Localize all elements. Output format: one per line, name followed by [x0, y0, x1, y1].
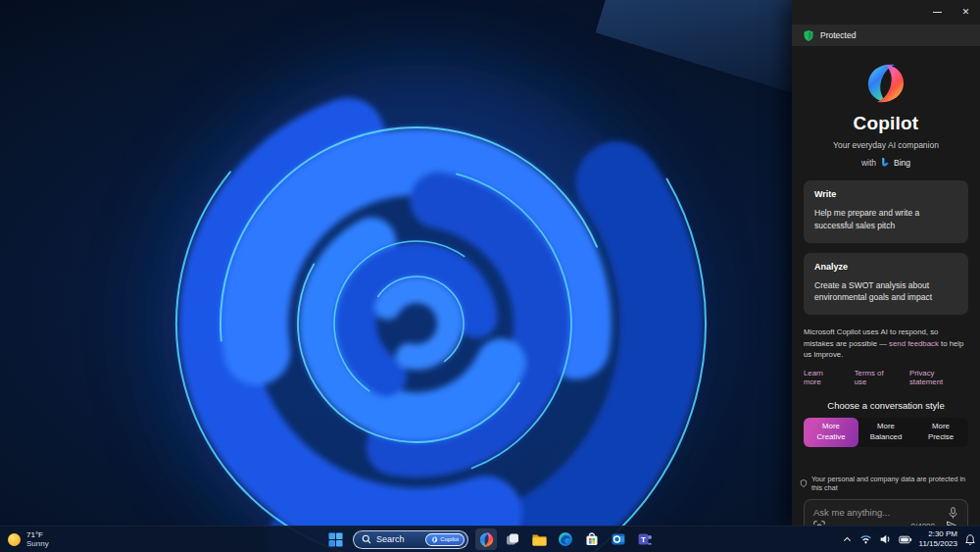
- outlook-icon: [611, 531, 626, 547]
- minimize-icon: [933, 12, 942, 13]
- clock-date: 11/15/2023: [919, 539, 957, 549]
- microphone-button[interactable]: [948, 507, 958, 520]
- taskbar-app-task-view[interactable]: [502, 528, 523, 550]
- taskbar: 71°F Sunny Search: [0, 526, 980, 552]
- taskbar-app-store[interactable]: [581, 528, 603, 550]
- bing-label: Bing: [894, 158, 910, 168]
- windows-logo-icon: [328, 532, 343, 547]
- speaker-icon: [879, 533, 892, 545]
- panel-titlebar: ✕: [792, 0, 980, 25]
- card-title: Write: [814, 189, 957, 199]
- file-explorer-icon: [531, 531, 548, 547]
- desktop: ✕ Protected: [0, 0, 980, 552]
- shield-icon: [803, 29, 814, 42]
- copilot-badge-icon: [431, 536, 438, 543]
- volume-status[interactable]: [879, 533, 892, 545]
- style-option-line2: Balanced: [858, 432, 913, 443]
- chat-composer: 0/4000: [804, 499, 968, 526]
- copilot-logo-icon: [863, 61, 908, 106]
- panel-body: Copilot Your everyday AI companion with …: [792, 46, 980, 526]
- store-icon: [584, 531, 600, 547]
- system-tray: 2:30 PM 11/15/2023: [842, 527, 976, 552]
- suggestion-card-analyze[interactable]: Analyze Create a SWOT analysis about env…: [804, 253, 968, 316]
- microphone-icon: [948, 507, 958, 520]
- copilot-panel: ✕ Protected: [792, 0, 980, 526]
- chat-input[interactable]: [813, 507, 948, 518]
- weather-condition: Sunny: [26, 539, 49, 548]
- clock-widget[interactable]: 2:30 PM 11/15/2023: [919, 529, 957, 548]
- data-protection-text: Your personal and company data are prote…: [811, 475, 972, 492]
- close-button[interactable]: ✕: [952, 0, 980, 25]
- protected-label: Protected: [820, 30, 856, 40]
- battery-icon: [899, 534, 912, 545]
- close-icon: ✕: [962, 8, 970, 17]
- conversation-style-label: Choose a conversation style: [792, 400, 980, 411]
- legal-links: Learn more Terms of use Privacy statemen…: [804, 369, 968, 386]
- style-more-creative[interactable]: More Creative: [804, 418, 858, 447]
- with-label: with: [861, 158, 876, 168]
- privacy-statement-link[interactable]: Privacy statement: [909, 369, 968, 386]
- style-option-line2: Precise: [913, 432, 968, 443]
- style-more-precise[interactable]: More Precise: [913, 418, 968, 447]
- network-status[interactable]: [859, 533, 872, 545]
- card-body: Create a SWOT analysis about environment…: [814, 279, 957, 305]
- weather-temperature: 71°F: [26, 530, 49, 539]
- suggestion-card-write[interactable]: Write Help me prepare and write a succes…: [804, 180, 968, 243]
- search-badge-label: Copilot: [440, 536, 459, 542]
- style-option-line1: More: [913, 422, 968, 432]
- search-label: Search: [376, 534, 420, 544]
- send-feedback-link[interactable]: send feedback: [889, 339, 939, 348]
- taskbar-app-teams[interactable]: T: [634, 528, 656, 550]
- ai-disclaimer: Microsoft Copilot uses AI to respond, so…: [804, 326, 968, 361]
- taskbar-app-edge[interactable]: [555, 528, 576, 550]
- taskbar-app-outlook[interactable]: [608, 528, 629, 550]
- sun-icon: [8, 533, 21, 546]
- copilot-hero: Copilot Your everyday AI companion with …: [792, 46, 980, 168]
- weather-widget[interactable]: 71°F Sunny: [8, 527, 49, 552]
- shield-outline-icon: [800, 478, 808, 488]
- bing-icon: [880, 157, 890, 168]
- wifi-icon: [859, 533, 872, 545]
- taskbar-center: Search Copilot: [324, 527, 656, 552]
- protected-badge[interactable]: Protected: [792, 25, 980, 46]
- bell-icon: [964, 533, 976, 546]
- clock-time: 2:30 PM: [928, 529, 957, 539]
- card-body: Help me prepare and write a successful s…: [814, 207, 957, 232]
- suggestion-cards: Write Help me prepare and write a succes…: [792, 180, 980, 315]
- minimize-button[interactable]: [923, 0, 952, 25]
- terms-of-use-link[interactable]: Terms of use: [855, 369, 897, 386]
- data-protection-note: Your personal and company data are prote…: [792, 475, 980, 492]
- search-copilot-badge[interactable]: Copilot: [425, 533, 465, 546]
- copilot-subtitle: Your everyday AI companion: [833, 140, 939, 150]
- task-view-icon: [505, 531, 520, 547]
- pinned-apps: T: [475, 528, 656, 550]
- style-option-line1: More: [858, 422, 913, 432]
- search-box[interactable]: Search Copilot: [353, 530, 468, 549]
- edge-icon: [558, 531, 573, 547]
- taskbar-app-copilot[interactable]: [475, 528, 497, 550]
- start-button[interactable]: [324, 528, 346, 550]
- learn-more-link[interactable]: Learn more: [804, 369, 842, 386]
- notifications-button[interactable]: [964, 533, 976, 546]
- card-title: Analyze: [814, 262, 957, 272]
- style-option-line1: More: [804, 422, 858, 432]
- copilot-app-icon: [478, 531, 495, 548]
- with-bing-row: with Bing: [861, 157, 910, 168]
- tray-overflow-button[interactable]: [842, 534, 853, 544]
- copilot-title: Copilot: [854, 113, 919, 134]
- svg-text:T: T: [641, 535, 646, 544]
- conversation-style-chooser: More Creative More Balanced More Precise: [804, 418, 968, 447]
- battery-status[interactable]: [899, 534, 912, 545]
- search-icon: [362, 534, 371, 544]
- teams-icon: T: [637, 531, 653, 547]
- chevron-up-icon: [842, 534, 853, 544]
- style-more-balanced[interactable]: More Balanced: [858, 418, 913, 447]
- style-option-line2: Creative: [804, 432, 858, 443]
- taskbar-app-file-explorer[interactable]: [528, 528, 550, 550]
